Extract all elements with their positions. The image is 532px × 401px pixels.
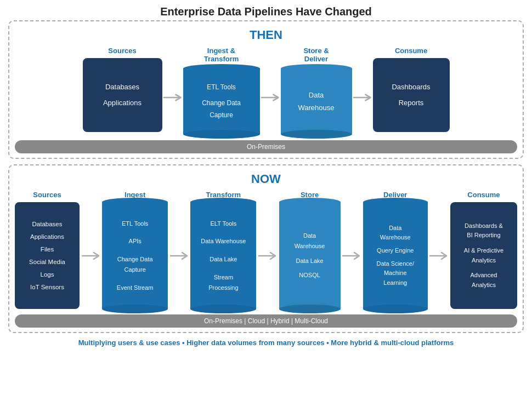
now-ingest-1: ETL Tools bbox=[122, 219, 148, 229]
then-label: THEN bbox=[15, 28, 517, 42]
then-store-cyl: Data Warehouse bbox=[281, 68, 352, 134]
then-arrow-1 bbox=[162, 60, 183, 135]
now-ingest-3: Change DataCapture bbox=[117, 254, 153, 274]
then-consume-col: Consume Dashboards Reports bbox=[373, 47, 450, 135]
now-store-cyl: DataWarehouse Data Lake NOSQL bbox=[279, 202, 341, 309]
then-arrow-3 bbox=[352, 60, 373, 135]
then-consume-item-1: Dashboards bbox=[392, 79, 430, 95]
then-ingest-item-1: ETL Tools bbox=[207, 82, 236, 94]
now-deliver-1: DataWarehouse bbox=[380, 224, 411, 243]
now-ingest-col: Ingest ETL Tools APIs Change DataCapture… bbox=[102, 191, 168, 309]
then-ingest-col: Ingest &Transform ETL Tools Change DataC… bbox=[183, 47, 260, 135]
now-onprem-bar: On-Premises | Cloud | Hybrid | Multi-Clo… bbox=[15, 314, 517, 328]
now-deliver-col: Deliver DataWarehouse Query Engine Data … bbox=[363, 191, 428, 309]
now-transform-2: Data Warehouse bbox=[201, 236, 246, 247]
then-src-item-2: Applications bbox=[103, 95, 142, 111]
now-store-1: DataWarehouse bbox=[295, 231, 325, 251]
then-consume-item-2: Reports bbox=[399, 95, 424, 111]
now-src-2: Applications bbox=[30, 231, 64, 243]
now-src-1: Databases bbox=[32, 218, 63, 231]
now-consume-header: Consume bbox=[467, 191, 500, 199]
now-arrow-2 bbox=[169, 203, 190, 309]
then-ingest-header: Ingest &Transform bbox=[204, 47, 239, 63]
then-consume-box: Dashboards Reports bbox=[373, 58, 450, 132]
now-consume-2: AI & PredictiveAnalytics bbox=[464, 246, 503, 265]
now-diagram: NOW Sources Databases Applications Files… bbox=[8, 164, 524, 333]
now-ingest-cyl: ETL Tools APIs Change DataCapture Event … bbox=[102, 202, 168, 309]
now-transform-1: ELT Tools bbox=[211, 219, 237, 229]
now-consume-col: Consume Dashboards &BI Reporting AI & Pr… bbox=[450, 191, 517, 309]
then-sources-header: Sources bbox=[108, 47, 136, 55]
now-deliver-3: Data Science/MachineLearning bbox=[377, 259, 414, 288]
now-src-5: Logs bbox=[41, 268, 54, 281]
then-store-item-1: Data bbox=[309, 89, 324, 101]
then-store-header: Store &Deliver bbox=[303, 47, 329, 63]
then-sources-col: Sources Databases Applications bbox=[83, 47, 162, 135]
now-label: NOW bbox=[15, 172, 517, 186]
then-onprem-bar: On-Premises bbox=[15, 140, 517, 153]
now-store-2: Data Lake bbox=[296, 256, 323, 266]
now-arrow-4 bbox=[341, 203, 362, 309]
main-title: Enterprise Data Pipelines Have Changed bbox=[8, 5, 524, 18]
then-ingest-cyl: ETL Tools Change DataCapture bbox=[183, 68, 260, 134]
then-src-item-1: Databases bbox=[105, 79, 139, 95]
now-src-4: Social Media bbox=[29, 256, 65, 268]
now-store-col: Store DataWarehouse Data Lake NOSQL bbox=[279, 191, 341, 309]
now-ingest-4: Event Stream bbox=[117, 283, 154, 293]
then-store-item-2: Warehouse bbox=[298, 101, 335, 114]
now-src-3: Files bbox=[41, 243, 54, 256]
now-arrow-1 bbox=[81, 203, 101, 309]
now-transform-col: Transform ELT Tools Data Warehouse Data … bbox=[190, 191, 256, 309]
now-arrow-3 bbox=[257, 203, 278, 309]
then-sources-box: Databases Applications bbox=[83, 58, 162, 135]
footer-text: Multiplying users & use cases • Higher d… bbox=[8, 339, 524, 347]
now-sources-header: Sources bbox=[33, 191, 61, 199]
then-diagram: THEN Sources Databases Applications Inge… bbox=[8, 20, 524, 159]
now-consume-1: Dashboards &BI Reporting bbox=[465, 221, 503, 240]
now-deliver-2: Query Engine bbox=[377, 246, 414, 256]
now-sources-box: Databases Applications Files Social Medi… bbox=[15, 202, 80, 309]
now-deliver-cyl: DataWarehouse Query Engine Data Science/… bbox=[363, 202, 428, 309]
then-consume-header: Consume bbox=[395, 47, 427, 55]
now-flow: Sources Databases Applications Files Soc… bbox=[15, 191, 517, 309]
then-flow: Sources Databases Applications Ingest &T… bbox=[15, 47, 517, 135]
now-consume-3: AdvancedAnalytics bbox=[470, 271, 497, 290]
now-store-3: NOSQL bbox=[299, 270, 320, 280]
then-arrow-2 bbox=[260, 60, 281, 135]
now-sources-col: Sources Databases Applications Files Soc… bbox=[15, 191, 80, 309]
now-consume-box: Dashboards &BI Reporting AI & Predictive… bbox=[450, 202, 517, 309]
then-store-col: Store &Deliver Data Warehouse bbox=[281, 47, 352, 135]
now-src-6: IoT Sensors bbox=[30, 281, 64, 294]
then-ingest-item-2: Change DataCapture bbox=[202, 98, 241, 121]
now-transform-3: Data Lake bbox=[210, 254, 237, 265]
now-arrow-5 bbox=[428, 203, 449, 309]
now-transform-4: StreamProcessing bbox=[208, 272, 238, 293]
now-transform-cyl: ELT Tools Data Warehouse Data Lake Strea… bbox=[190, 202, 256, 309]
now-ingest-2: APIs bbox=[129, 236, 142, 247]
